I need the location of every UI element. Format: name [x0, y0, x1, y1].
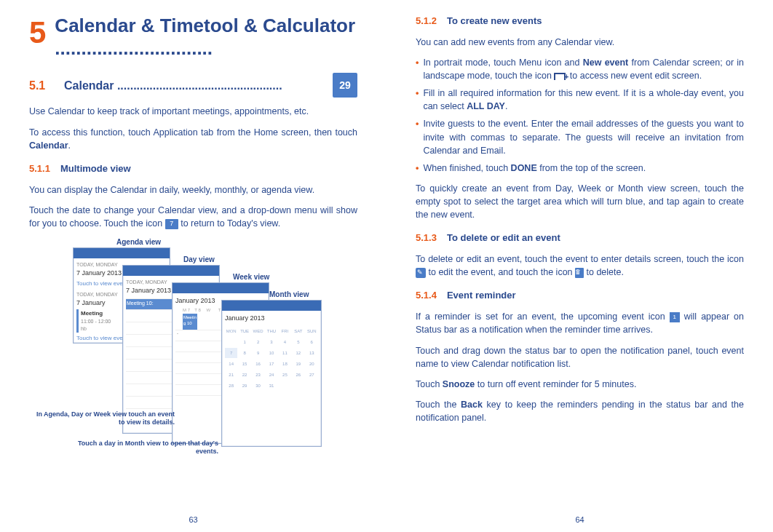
- page-number: 63: [189, 515, 197, 526]
- text: to edit the event, and touch the icon: [428, 267, 575, 277]
- multimode-figure: Agenda view Day view Week view Month vie…: [29, 237, 357, 463]
- reminder-icon: 1: [670, 312, 680, 322]
- text: .: [505, 101, 507, 111]
- preview-month: January 2013: [225, 314, 318, 323]
- text: Touch: [416, 379, 443, 389]
- bullet-item: • Fill in all required information for t…: [416, 87, 744, 113]
- text: When finished, touch: [423, 163, 510, 173]
- bullet-icon: •: [416, 162, 419, 175]
- right-page: 5.1.2 To create new events You can add n…: [386, 0, 773, 532]
- section-number: 5.1: [29, 77, 64, 94]
- page-number: 64: [575, 515, 584, 526]
- subsection-title: To create new events: [447, 15, 542, 28]
- paragraph: Use Calendar to keep track of important …: [29, 105, 357, 118]
- text: If a reminder is set for an event, the u…: [416, 311, 670, 322]
- paragraph: You can display the Calendar in daily, w…: [29, 183, 357, 196]
- text: .: [68, 140, 71, 151]
- preview-top-bar: [173, 283, 269, 293]
- figure-note-agenda: In Agenda, Day or Week view touch an eve…: [29, 410, 175, 426]
- paragraph: Touch Snooze to turn off event reminder …: [416, 378, 744, 391]
- chapter-title: Calendar & Timetool & Calculator .......…: [55, 15, 357, 60]
- paragraph: Touch and drag down the status bar to op…: [416, 344, 744, 370]
- bold-text: DONE: [511, 163, 537, 173]
- bullet-item: • Invite guests to the event. Enter the …: [416, 117, 744, 156]
- subsection-title: Multimode view: [60, 162, 131, 176]
- new-event-icon: [554, 71, 567, 82]
- bold-text: Snooze: [443, 379, 475, 389]
- chapter-number: 5: [29, 17, 46, 48]
- text: from the top of the screen.: [537, 163, 646, 173]
- preview-top-bar: [123, 266, 219, 276]
- subsection-5-1-1: 5.1.1 Multimode view: [29, 162, 357, 176]
- text: Touch the: [416, 400, 461, 410]
- bold-text: Back: [461, 400, 483, 410]
- text: To delete or edit an event, touch the ev…: [416, 254, 744, 264]
- subsection-5-1-2: 5.1.2 To create new events: [416, 15, 744, 28]
- bullet-icon: •: [416, 87, 419, 113]
- chapter-heading: 5 Calendar & Timetool & Calculator .....…: [29, 15, 357, 60]
- bold-text: New event: [583, 57, 629, 68]
- subsection-number: 5.1.3: [416, 231, 437, 245]
- subsection-title: Event reminder: [447, 289, 516, 303]
- month-view-preview: January 2013 MONTUEWEDTHUFRISATSUN 12345…: [221, 300, 322, 447]
- paragraph: You can add new events from any Calendar…: [416, 36, 744, 49]
- calendar-app-icon: 29: [333, 73, 357, 98]
- paragraph: To quickly create an event from Day, Wee…: [416, 182, 744, 221]
- bullet-icon: •: [416, 56, 419, 82]
- subsection-5-1-3: 5.1.3 To delete or edit an event: [416, 231, 744, 245]
- subsection-number: 5.1.2: [416, 15, 437, 28]
- text: to turn off event reminder for 5 minutes…: [475, 379, 636, 389]
- paragraph: To delete or edit an event, touch the ev…: [416, 253, 744, 279]
- bullet-item: • In portrait mode, touch Menu icon and …: [416, 56, 744, 82]
- figure-label-agenda: Agenda view: [116, 237, 161, 248]
- subsection-5-1-4: 5.1.4 Event reminder: [416, 289, 744, 303]
- delete-icon: [575, 268, 584, 278]
- preview-top-bar: [222, 301, 321, 311]
- paragraph: Touch the Back key to keep the reminders…: [416, 398, 744, 424]
- preview-top-bar: [74, 248, 170, 258]
- paragraph: If a reminder is set for an event, the u…: [416, 310, 744, 336]
- bullet-item: • When finished, touch DONE from the top…: [416, 162, 744, 175]
- edit-icon: [416, 268, 426, 278]
- text: In portrait mode, touch Menu icon and: [423, 57, 582, 68]
- figure-label-month: Month view: [269, 290, 309, 301]
- today-icon: 7: [165, 219, 178, 229]
- left-page: 5 Calendar & Timetool & Calculator .....…: [0, 0, 386, 532]
- figure-label-day: Day view: [183, 255, 215, 266]
- bullet-icon: •: [416, 117, 419, 156]
- paragraph: To access this function, touch Applicati…: [29, 126, 357, 152]
- paragraph: Touch the date to change your Calendar v…: [29, 204, 357, 230]
- text: To access this function, touch Applicati…: [29, 127, 357, 138]
- figure-label-week: Week view: [233, 272, 269, 283]
- subsection-number: 5.1.4: [416, 289, 437, 303]
- subsection-number: 5.1.1: [29, 162, 50, 176]
- bold-text: ALL DAY: [467, 101, 505, 111]
- section-5-1: 5.1 Calendar ...........................…: [29, 73, 357, 98]
- section-title: Calendar ...............................…: [64, 77, 328, 94]
- subsection-title: To delete or edit an event: [447, 231, 560, 245]
- text: to return to Today's view.: [181, 218, 280, 229]
- text: to delete.: [587, 267, 624, 277]
- text: to access new event edit screen.: [567, 71, 702, 81]
- bold-text: Calendar: [29, 140, 68, 151]
- figure-note-month: Touch a day in Month view to open that d…: [73, 440, 218, 456]
- text: Invite guests to the event. Enter the em…: [423, 117, 744, 156]
